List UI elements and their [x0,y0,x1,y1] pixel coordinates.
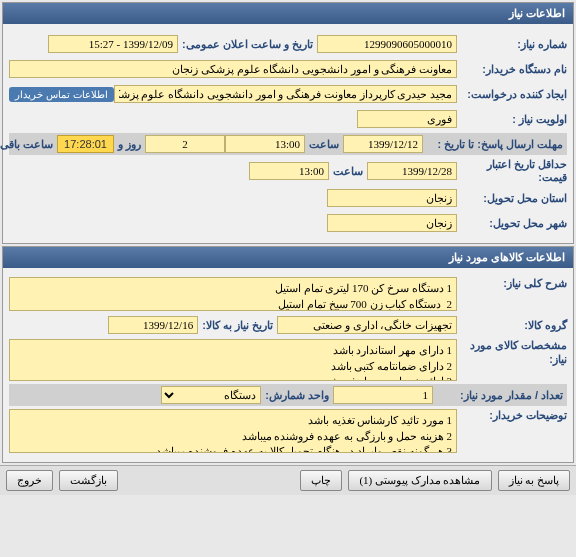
unit-label: واحد شمارش: [261,389,333,402]
qty-label: تعداد / مقدار مورد نیاز: [433,389,563,402]
days-field [145,135,225,153]
buyer-notes-label: توضیحات خریدار: [457,409,567,422]
buyer-notes-field[interactable]: 1 مورد تائید کارشناس تغذیه باشد 2 هزینه … [9,409,457,453]
min-credit-label: حداقل تاریخ اعتبار قیمت: [457,158,567,184]
province-label: استان محل تحویل: [457,192,567,205]
creator-field[interactable] [114,85,457,103]
priority-field[interactable] [357,110,457,128]
specs-label: مشخصات کالای مورد نیاز: [457,339,567,365]
panel-title: اطلاعات نیاز [3,3,573,24]
button-bar: پاسخ به نیاز مشاهده مدارک پیوستی (1) چاپ… [0,465,576,495]
goods-panel-title: اطلاعات کالاهای مورد نیاز [3,247,573,268]
exit-button[interactable]: خروج [6,470,53,491]
need-no-field[interactable] [317,35,457,53]
attachments-button[interactable]: مشاهده مدارک پیوستی (1) [348,470,491,491]
contact-tag[interactable]: اطلاعات تماس خریدار [9,87,114,102]
back-button[interactable]: بازگشت [59,470,118,491]
date-to-label: تاریخ نیاز به کالا: [198,319,277,332]
province-field[interactable] [327,189,457,207]
city-field[interactable] [327,214,457,232]
remaining-label: ساعت باقی مانده [0,138,57,151]
remaining-timer: 17:28:01 [57,135,114,153]
deadline-date-field[interactable] [343,135,423,153]
unit-select[interactable]: دستگاه [161,386,261,404]
print-button[interactable]: چاپ [300,470,342,491]
respond-button[interactable]: پاسخ به نیاز [498,470,571,491]
city-label: شهر محل تحویل: [457,217,567,230]
need-info-panel: اطلاعات نیاز شماره نیاز: تاریخ و ساعت اع… [2,2,574,244]
goods-group-label: گروه کالا: [457,319,567,332]
deadline-time-field[interactable] [225,135,305,153]
min-credit-time-field[interactable] [249,162,329,180]
deadline-label: مهلت ارسال پاسخ: تا تاریخ : [423,138,563,151]
main-desc-field[interactable]: 1 دستگاه سرخ کن 170 لیتری تمام استیل 2 د… [9,277,457,311]
buyer-org-label: نام دستگاه خریدار: [457,63,567,76]
specs-field[interactable]: 1 دارای مهر استاندارد باشد 2 دارای ضمانت… [9,339,457,381]
priority-label: اولویت نیاز : [457,113,567,126]
main-desc-label: شرح کلی نیاز: [457,277,567,290]
announce-label: تاریخ و ساعت اعلان عمومی: [178,38,317,51]
min-credit-date-field[interactable] [367,162,457,180]
qty-field[interactable] [333,386,433,404]
buyer-org-field[interactable] [9,60,457,78]
time-label-1: ساعت [305,138,343,151]
time-label-2: ساعت [329,165,367,178]
goods-group-field[interactable] [277,316,457,334]
creator-label: ایجاد کننده درخواست: [457,88,567,101]
days-label: روز و [114,138,145,151]
date-to-field[interactable] [108,316,198,334]
announce-field[interactable] [48,35,178,53]
goods-info-panel: اطلاعات کالاهای مورد نیاز شرح کلی نیاز: … [2,246,574,463]
need-no-label: شماره نیاز: [457,38,567,51]
